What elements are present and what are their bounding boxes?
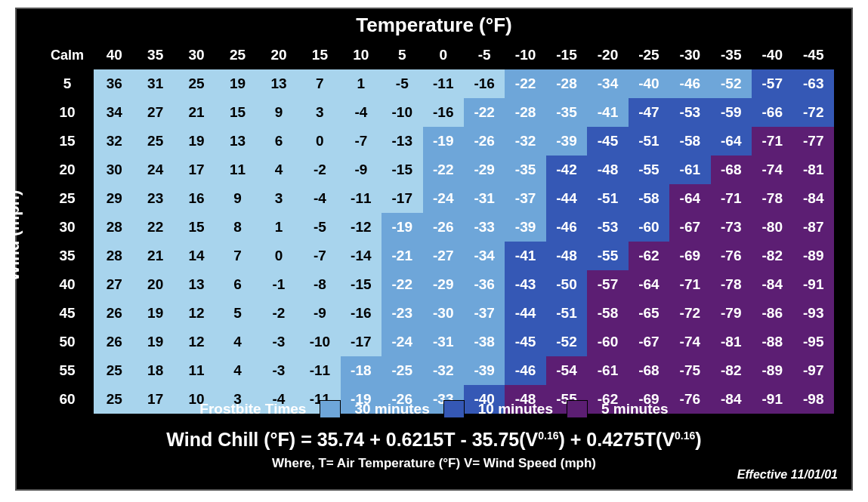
legend-label-10min: 10 minutes: [478, 401, 553, 417]
temp-header: -15: [546, 41, 587, 69]
temp-header: 15: [299, 41, 340, 69]
wind-chill-cell: -72: [792, 98, 834, 127]
wind-chill-cell: 21: [134, 242, 175, 270]
wind-chill-cell: -84: [792, 184, 834, 213]
wind-chill-cell: 8: [217, 213, 258, 242]
wind-header: 20: [41, 156, 94, 184]
wind-chill-cell: -74: [669, 328, 710, 356]
wind-chill-cell: -60: [587, 328, 628, 356]
wind-chill-cell: -26: [464, 127, 505, 156]
wind-chill-cell: -22: [505, 69, 545, 98]
temp-header: -35: [711, 41, 752, 69]
wind-chill-cell: -18: [341, 356, 381, 385]
wind-chill-cell: -1: [258, 270, 299, 299]
wind-chill-cell: -28: [546, 69, 587, 98]
temp-header: -5: [464, 41, 505, 69]
wind-chill-cell: 25: [134, 127, 175, 156]
wind-chill-cell: 14: [176, 242, 217, 270]
wind-chill-cell: -57: [752, 69, 792, 98]
wind-chill-cell: -34: [587, 69, 628, 98]
wind-chill-cell: -9: [341, 156, 381, 184]
wind-chill-cell: 26: [94, 299, 134, 328]
table-row: 3528211470-7-14-21-27-34-41-48-55-62-69-…: [41, 242, 834, 270]
wind-chill-cell: 23: [134, 184, 175, 213]
wind-chill-cell: -26: [423, 213, 464, 242]
wind-chill-cell: -81: [792, 156, 834, 184]
wind-chill-cell: 3: [299, 98, 340, 127]
temp-header: 25: [217, 41, 258, 69]
wind-chill-cell: -48: [546, 242, 587, 270]
wind-chill-cell: -17: [381, 184, 422, 213]
wind-chill-cell: -53: [669, 98, 710, 127]
wind-chill-cell: -11: [299, 356, 340, 385]
wind-chill-cell: -8: [299, 270, 340, 299]
wind-chill-cell: -91: [792, 270, 834, 299]
wind-chill-cell: -10: [299, 328, 340, 356]
temp-header: -30: [669, 41, 710, 69]
wind-chill-cell: -45: [505, 328, 545, 356]
table-row: 452619125-2-9-16-23-30-37-44-51-58-65-72…: [41, 299, 834, 328]
wind-chill-cell: -82: [752, 242, 792, 270]
wind-chill-table: Calm 4035302520151050-5-10-15-20-25-30-3…: [41, 41, 834, 414]
temp-header: 10: [341, 41, 381, 69]
wind-chill-cell: -41: [587, 98, 628, 127]
wind-chill-cell: 20: [134, 270, 175, 299]
wind-chill-cell: -9: [299, 299, 340, 328]
wind-chill-cell: -72: [669, 299, 710, 328]
wind-chill-cell: -66: [752, 98, 792, 127]
formula-where: Where, T= Air Temperature (°F) V= Wind S…: [17, 456, 851, 471]
wind-chill-cell: -62: [629, 242, 669, 270]
wind-chill-cell: -16: [464, 69, 505, 98]
wind-chill-cell: 17: [176, 156, 217, 184]
legend: Frostbite Times 30 minutes 10 minutes 5 …: [17, 400, 851, 418]
wind-chill-cell: -43: [505, 270, 545, 299]
table-row: 153225191360-7-13-19-26-32-39-45-51-58-6…: [41, 127, 834, 156]
wind-chill-cell: -25: [381, 356, 422, 385]
wind-chill-cell: 26: [94, 328, 134, 356]
wind-chill-cell: 31: [134, 69, 175, 98]
table-row: 103427211593-4-10-16-22-28-35-41-47-53-5…: [41, 98, 834, 127]
wind-chill-cell: 13: [176, 270, 217, 299]
temp-header: 5: [381, 41, 422, 69]
wind-chill-cell: -10: [381, 98, 422, 127]
wind-chill-cell: -93: [792, 299, 834, 328]
table-row: 20302417114-2-9-15-22-29-35-42-48-55-61-…: [41, 156, 834, 184]
wind-chill-cell: -68: [629, 356, 669, 385]
wind-chill-cell: -30: [423, 299, 464, 328]
wind-chill-cell: 0: [299, 127, 340, 156]
wind-chill-cell: -71: [669, 270, 710, 299]
wind-chill-cell: 32: [94, 127, 134, 156]
legend-swatch-5min: [567, 400, 588, 418]
wind-chill-cell: 30: [94, 156, 134, 184]
table-row: 2529231693-4-11-17-24-31-37-44-51-58-64-…: [41, 184, 834, 213]
wind-chill-cell: -37: [464, 299, 505, 328]
wind-chill-cell: -64: [629, 270, 669, 299]
wind-header: 50: [41, 328, 94, 356]
effective-date: Effective 11/01/01: [737, 468, 838, 482]
wind-header: 40: [41, 270, 94, 299]
table-row: 552518114-3-11-18-25-32-39-46-54-61-68-7…: [41, 356, 834, 385]
wind-chill-cell: -5: [299, 213, 340, 242]
wind-chill-cell: 5: [217, 299, 258, 328]
wind-header: 25: [41, 184, 94, 213]
wind-chill-cell: -79: [711, 299, 752, 328]
wind-chill-cell: 12: [176, 299, 217, 328]
wind-chill-cell: -78: [711, 270, 752, 299]
wind-chill-cell: -27: [423, 242, 464, 270]
wind-chill-cell: -67: [629, 328, 669, 356]
wind-header: 45: [41, 299, 94, 328]
wind-chill-cell: 27: [94, 270, 134, 299]
wind-chill-cell: -40: [629, 69, 669, 98]
wind-chill-cell: 21: [176, 98, 217, 127]
temp-header: -20: [587, 41, 628, 69]
wind-chill-cell: -24: [423, 184, 464, 213]
wind-chill-cell: 3: [258, 184, 299, 213]
temp-header: -10: [505, 41, 545, 69]
legend-title: Frostbite Times: [199, 401, 306, 417]
wind-header: 15: [41, 127, 94, 156]
wind-chill-cell: 34: [94, 98, 134, 127]
wind-chill-cell: -52: [546, 328, 587, 356]
wind-chill-cell: -36: [464, 270, 505, 299]
wind-chill-cell: -7: [341, 127, 381, 156]
wind-chill-cell: 25: [176, 69, 217, 98]
